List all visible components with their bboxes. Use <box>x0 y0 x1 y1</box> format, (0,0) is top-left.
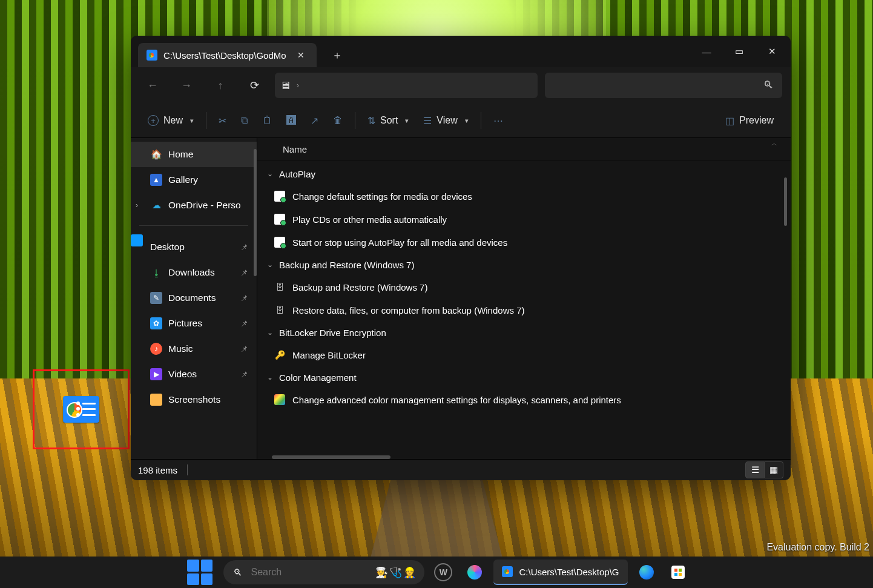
preview-pane-button[interactable]: ◫ Preview <box>719 108 780 133</box>
control-panel-icon <box>502 566 513 577</box>
back-button[interactable]: ← <box>139 72 166 99</box>
sidebar-item-desktop[interactable]: Desktop 📌︎ <box>131 234 257 260</box>
sidebar-item-label: Music <box>168 343 193 354</box>
horizontal-scrollbar[interactable] <box>272 455 390 459</box>
cp-icon <box>274 191 285 202</box>
share-button[interactable]: ↗ <box>305 108 324 133</box>
sidebar-item-videos[interactable]: ▶ Videos 📌︎ <box>131 362 257 387</box>
sidebar-item-pictures[interactable]: ✿ Pictures 📌︎ <box>131 311 257 336</box>
group-header[interactable]: ⌄ Backup and Restore (Windows 7) <box>257 254 791 276</box>
plus-icon: + <box>148 115 159 126</box>
sidebar-item-label: Documents <box>168 292 216 303</box>
minimize-button[interactable]: — <box>690 38 723 65</box>
new-tab-button[interactable]: ＋ <box>326 44 348 66</box>
chevron-down-icon: ⌄ <box>266 373 274 382</box>
pin-icon: 📌︎ <box>240 345 248 354</box>
refresh-button[interactable]: ⟳ <box>241 72 268 99</box>
downloads-icon: ⭳ <box>150 266 162 279</box>
file-explorer-window: C:\Users\Test\Desktop\GodMo ✕ ＋ — ▭ ✕ ← … <box>131 36 791 480</box>
more-button[interactable]: ⋯ <box>487 108 509 133</box>
navigation-bar: ← → ↑ ⟳ 🖥 › 🔍︎ <box>131 67 791 104</box>
list-item-label: Change default settings for media or dev… <box>292 191 472 202</box>
list-item-label: Manage BitLocker <box>292 350 366 360</box>
chevron-down-icon: ⌄ <box>266 328 274 337</box>
tab-close-button[interactable]: ✕ <box>292 47 309 64</box>
list-item[interactable]: Change default settings for media or dev… <box>257 185 791 208</box>
copilot-button[interactable] <box>462 560 487 585</box>
search-box[interactable]: 🔍︎ <box>545 73 782 98</box>
rename-button[interactable]: 🅰 <box>280 108 302 133</box>
ellipsis-icon: ⋯ <box>493 115 503 127</box>
gallery-icon: ▲ <box>150 174 162 186</box>
pin-icon: 📌︎ <box>240 268 248 277</box>
address-bar[interactable]: 🖥 › <box>275 73 538 98</box>
onedrive-icon: ☁ <box>150 199 162 211</box>
sort-indicator-icon: ︿ <box>771 139 777 148</box>
sidebar-item-label: Home <box>168 149 193 160</box>
view-icon: ☰ <box>423 115 432 127</box>
tab-title: C:\Users\Test\Desktop\GodMo <box>163 50 286 61</box>
forward-button[interactable]: → <box>173 72 200 99</box>
start-button[interactable] <box>182 555 217 588</box>
maximize-button[interactable]: ▭ <box>723 38 756 65</box>
cp-icon <box>274 214 285 225</box>
group-header[interactable]: ⌄ AutoPlay <box>257 163 791 185</box>
list-item[interactable]: Start or stop using AutoPlay for all med… <box>257 231 791 254</box>
cut-button[interactable]: ✂ <box>212 108 232 133</box>
sidebar-item-documents[interactable]: ✎ Documents 📌︎ <box>131 285 257 311</box>
sidebar-item-label: Desktop <box>150 242 185 253</box>
list-item[interactable]: 🗄 Restore data, files, or computer from … <box>257 299 791 322</box>
cm-icon <box>274 394 285 405</box>
delete-button[interactable]: 🗑 <box>327 108 349 133</box>
vertical-scrollbar[interactable] <box>784 177 787 226</box>
search-highlight-icons: 🧑‍🍳🩺👷 <box>375 566 416 579</box>
taskbar: 🔍︎ 🧑‍🍳🩺👷 W C:\Users\Test\Desktop\G <box>0 557 873 588</box>
command-bar: + New ▾ ✂ ⧉ 📋︎ 🅰 ↗ 🗑 ⇅ Sort ▾ ☰ View ▾ ⋯… <box>131 104 791 138</box>
widgets-button[interactable]: W <box>430 560 456 585</box>
sort-icon: ⇅ <box>367 115 375 127</box>
sort-button[interactable]: ⇅ Sort ▾ <box>361 108 415 133</box>
list-item[interactable]: Change advanced color management setting… <box>257 388 791 411</box>
list-item[interactable]: Play CDs or other media automatically <box>257 208 791 231</box>
taskbar-task-explorer[interactable]: C:\Users\Test\Desktop\G <box>493 560 627 585</box>
copy-button[interactable]: ⧉ <box>235 108 254 133</box>
taskbar-search[interactable]: 🔍︎ 🧑‍🍳🩺👷 <box>223 560 424 584</box>
documents-icon: ✎ <box>150 292 162 304</box>
group-name: Backup and Restore (Windows 7) <box>279 260 414 270</box>
list-item[interactable]: 🗄 Backup and Restore (Windows 7) <box>257 276 791 299</box>
view-button[interactable]: ☰ View ▾ <box>417 108 474 133</box>
paste-button[interactable]: 📋︎ <box>256 108 278 133</box>
details-view-toggle[interactable]: ☰ <box>745 461 765 478</box>
search-icon: 🔍︎ <box>763 79 774 91</box>
sidebar-item-onedrive[interactable]: › ☁ OneDrive - Perso <box>131 193 257 218</box>
group-header[interactable]: ⌄ BitLocker Drive Encryption <box>257 322 791 343</box>
edge-button[interactable] <box>634 560 659 585</box>
sidebar-item-music[interactable]: ♪ Music 📌︎ <box>131 336 257 362</box>
group-header[interactable]: ⌄ Color Management <box>257 366 791 388</box>
sidebar-item-folder[interactable]: Screenshots <box>131 387 257 412</box>
group-name: Color Management <box>279 372 357 383</box>
sidebar-item-home[interactable]: 🏠 Home <box>131 142 257 167</box>
highlighted-desktop-icon[interactable] <box>33 369 130 449</box>
list-item[interactable]: 🔑 Manage BitLocker <box>257 343 791 366</box>
sidebar-item-gallery[interactable]: ▲ Gallery <box>131 167 257 193</box>
navigation-pane: 🏠 Home ▲ Gallery › ☁ OneDrive - Perso De… <box>131 138 257 459</box>
chevron-down-icon: ⌄ <box>266 170 274 178</box>
column-header-name[interactable]: Name ︿ <box>257 138 791 160</box>
thumbnails-view-toggle[interactable]: ▦ <box>765 461 783 478</box>
title-bar: C:\Users\Test\Desktop\GodMo ✕ ＋ — ▭ ✕ <box>131 36 791 67</box>
edge-icon <box>639 565 654 580</box>
pin-icon: 📌︎ <box>240 243 248 252</box>
store-icon <box>671 566 685 579</box>
store-button[interactable] <box>665 560 691 585</box>
list-item-label: Change advanced color management setting… <box>292 395 621 405</box>
content-pane: Name ︿ ⌄ AutoPlay Change default setting… <box>257 138 791 459</box>
copilot-icon <box>467 565 482 580</box>
new-button[interactable]: + New ▾ <box>142 108 200 133</box>
list-item-label: Start or stop using AutoPlay for all med… <box>292 237 507 248</box>
sidebar-item-downloads[interactable]: ⭳ Downloads 📌︎ <box>131 260 257 285</box>
window-tab[interactable]: C:\Users\Test\Desktop\GodMo ✕ <box>138 43 317 67</box>
control-panel-icon <box>147 50 157 61</box>
close-button[interactable]: ✕ <box>756 38 788 65</box>
up-button[interactable]: ↑ <box>207 72 234 99</box>
